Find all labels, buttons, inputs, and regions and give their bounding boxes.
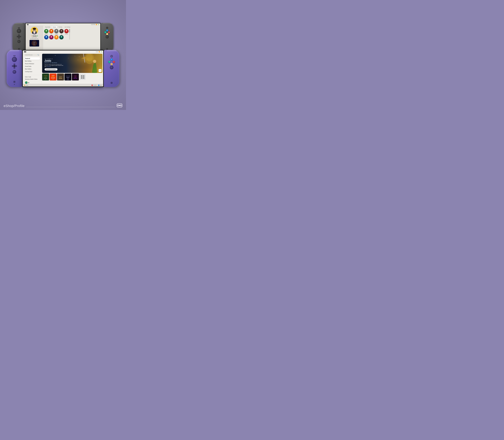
friend-item: gabricarlo — [44, 29, 49, 35]
svg-point-9 — [33, 30, 34, 31]
read-more-link[interactable]: Read More — [47, 66, 51, 67]
sidebar-item-best-sellers[interactable]: Best Sellers — [24, 68, 40, 70]
svg-text:KNIGHT: KNIGHT — [66, 77, 70, 78]
right-analog-sm-top[interactable] — [106, 35, 109, 39]
friend-avatar-emo101[interactable] — [64, 29, 69, 33]
sidebar-nso[interactable]: Nintendo Switch Online — [24, 78, 40, 80]
eshop-bottom-bar: B Close A Confirm B Back — [23, 84, 103, 86]
home-btn[interactable] — [106, 48, 108, 50]
page-container: 3:10 PM 📶 🔋 — [0, 0, 126, 110]
search-placeholder: Search/Browse — [25, 54, 37, 55]
game-thumb-mario-maker[interactable]: SUPERMARIOMAKER2 — [50, 73, 57, 81]
friends-area: gabricarlo Corn — [44, 29, 99, 40]
eastward-thumb-art: EASTWARD — [57, 73, 64, 81]
user-icon[interactable]: 👤 — [25, 81, 28, 84]
svg-text:DRIFTER: DRIFTER — [73, 78, 77, 79]
friend-item — [59, 35, 64, 40]
svg-point-21 — [45, 30, 47, 31]
hero-content: The Legend of Zelda Breath of the Wild S… — [44, 58, 64, 70]
player-name: Iwata — [33, 35, 37, 37]
eshop-wifi: 📶 — [99, 51, 100, 52]
friend-name: Twig — [61, 34, 62, 35]
top-time: 3:10 PM — [91, 24, 95, 25]
a-button[interactable]: A — [108, 31, 110, 33]
online-indicator — [37, 36, 38, 36]
top-wifi-icon: 📶 — [96, 24, 97, 25]
friend-avatar-gabricarlo[interactable] — [44, 29, 49, 33]
game-thumbnails: LEGENDOFZELDABotW SUPERMARIOMAKER2 — [42, 73, 102, 81]
tab-play-activity[interactable]: Play Activity — [44, 26, 51, 28]
sidebar-item-great-deals[interactable]: Great Deals — [24, 65, 40, 68]
tab-user-settings[interactable]: User Settings — [64, 26, 71, 28]
b-btn-purple[interactable]: B — [111, 63, 113, 65]
back-label: Back — [100, 85, 102, 86]
mario-thumb-art: SUPERMARIOMAKER2 — [50, 73, 57, 81]
friend-avatar-tennyball[interactable] — [54, 29, 59, 33]
game-thumb-hyper-light[interactable]: HYPERLIGHTDRIFTER — [72, 73, 79, 81]
left-analog-sm-top[interactable] — [17, 40, 21, 43]
gray-shoulder-r — [103, 23, 111, 24]
plus-button[interactable]: + — [106, 27, 108, 29]
game-thumb-eastward[interactable]: EASTWARD — [57, 73, 64, 81]
game-thumb-zelda[interactable]: LEGENDOFZELDABotW — [42, 73, 49, 81]
minus-btn-purple[interactable] — [13, 55, 15, 56]
minus-button[interactable] — [18, 28, 20, 28]
friends-scrollbar[interactable] — [69, 29, 70, 40]
back-btn[interactable]: B Back — [98, 84, 102, 86]
sidebar-item-best-selling[interactable]: Best Selling — [24, 60, 40, 62]
friend-avatar-corn[interactable] — [49, 29, 54, 33]
dpad-purple[interactable] — [12, 64, 17, 69]
home-btn-purple[interactable] — [111, 82, 113, 84]
top-right-joycon: + X Y A B — [101, 23, 113, 52]
dpad-top[interactable] — [17, 34, 21, 39]
sidebar-item-featured[interactable]: Featured — [24, 57, 40, 60]
pencil-icon: ✏️ — [31, 35, 32, 37]
svg-rect-62 — [64, 73, 72, 81]
b-indicator: B — [24, 84, 26, 86]
svg-text:LEGEND: LEGEND — [44, 75, 47, 76]
y-button[interactable]: Y — [104, 31, 106, 33]
zelda-thumb-art: LEGENDOFZELDABotW — [42, 73, 49, 81]
friend-avatar-twig[interactable] — [59, 29, 64, 33]
svg-rect-71 — [83, 75, 84, 77]
right-analog-sm-purple[interactable] — [110, 66, 113, 69]
friend-item — [49, 35, 54, 40]
svg-text:EAST: EAST — [59, 76, 62, 78]
x-button[interactable]: X — [106, 29, 108, 31]
svg-point-29 — [66, 30, 67, 31]
close-btn[interactable]: B Close — [24, 84, 28, 86]
capture-btn-purple[interactable] — [14, 81, 15, 83]
a-btn-purple[interactable]: A — [113, 61, 115, 63]
plus-btn-purple[interactable]: + — [110, 55, 113, 57]
svg-point-5 — [33, 28, 36, 30]
left-analog-top[interactable] — [17, 29, 21, 33]
confirm-btn[interactable]: A Confirm — [91, 84, 97, 86]
friend-avatar-7[interactable] — [49, 35, 54, 40]
sidebar-enter-code[interactable]: Enter Code — [24, 76, 40, 78]
friend-avatar-8[interactable] — [54, 35, 59, 40]
friend-item — [54, 35, 59, 40]
tab-friends[interactable]: Friends — [52, 26, 57, 28]
game-thumb-hollow-knight[interactable]: HOLLOWKNIGHT — [64, 73, 72, 81]
friend-avatar-6[interactable] — [44, 35, 49, 40]
friend-name: Emo101 — [65, 34, 68, 35]
x-btn-purple[interactable]: X — [111, 58, 113, 61]
proceed-to-purchase-button[interactable]: Proceed to Purchase — [44, 68, 58, 70]
friend-item: Corn — [49, 29, 54, 35]
sidebar-item-recent-releases[interactable]: Recent Releases — [24, 62, 40, 65]
capture-btn[interactable] — [18, 48, 20, 50]
bottom-label: eShop/Profile — [4, 103, 122, 108]
svg-text:BotW: BotW — [45, 79, 46, 80]
svg-point-37 — [61, 36, 62, 38]
friend-avatar-9[interactable] — [59, 35, 64, 40]
y-btn-purple[interactable]: Y — [108, 61, 110, 63]
more-games-button[interactable] — [80, 74, 86, 80]
left-analog-sm-purple[interactable] — [13, 70, 16, 74]
sidebar-item-coming-soon[interactable]: Coming Soon — [24, 70, 40, 73]
eshop-battery: 🔋 — [101, 51, 102, 52]
left-analog-purple[interactable] — [12, 57, 17, 62]
profile-tabs: Play Activity Friends Trending User Sett… — [44, 26, 99, 28]
search-box[interactable]: Search/Browse 🔍 — [24, 54, 40, 56]
tab-trending[interactable]: Trending — [58, 26, 63, 28]
b-button[interactable]: B — [106, 33, 108, 35]
